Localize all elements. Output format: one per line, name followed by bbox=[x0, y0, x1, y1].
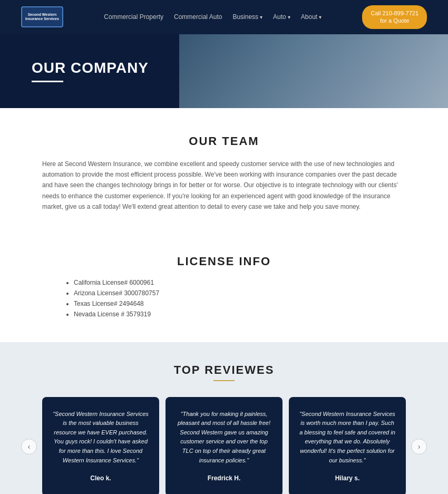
review-author-1: Cleo k. bbox=[53, 473, 149, 483]
list-item: California License# 6000961 bbox=[74, 279, 406, 286]
main-nav: Commercial Property Commercial Auto Busi… bbox=[104, 13, 322, 21]
team-section: OUR TEAM Here at Second Western Insuranc… bbox=[0, 108, 448, 234]
reviews-underline bbox=[213, 380, 235, 381]
nav-commercial-property[interactable]: Commercial Property bbox=[104, 13, 163, 21]
license-section: LICENSE INFO California License# 6000961… bbox=[0, 234, 448, 342]
hero-underline bbox=[32, 81, 63, 82]
reviews-wrapper: ‹ "Second Western Insurance Services is … bbox=[21, 397, 427, 494]
team-body: Here at Second Western Insurance, we com… bbox=[42, 159, 406, 212]
list-item: Texas License# 2494648 bbox=[74, 300, 406, 307]
reviews-cards: "Second Western Insurance Services is th… bbox=[42, 397, 406, 494]
review-card-2: "Thank you for making it painless, pleas… bbox=[165, 397, 283, 494]
list-item: Arizona License# 3000780757 bbox=[74, 289, 406, 297]
nav-business[interactable]: Business bbox=[232, 13, 262, 21]
review-author-3: Hilary s. bbox=[299, 473, 395, 483]
license-title: LICENSE INFO bbox=[42, 255, 406, 268]
cta-line1: Call 210-899-7721 bbox=[371, 10, 418, 16]
hero-section: OUR COMPANY bbox=[0, 34, 448, 108]
review-quote-2: "Thank you for making it painless, pleas… bbox=[178, 411, 270, 463]
review-arrow-left[interactable]: ‹ bbox=[21, 439, 37, 454]
hero-title: OUR COMPANY bbox=[32, 60, 149, 76]
hero-content: OUR COMPANY bbox=[0, 60, 149, 82]
reviews-title: TOP REVIEWES bbox=[21, 363, 427, 377]
review-card-3: "Second Western Insurance Services is wo… bbox=[289, 397, 406, 494]
review-arrow-right[interactable]: › bbox=[411, 439, 427, 454]
hero-background-image bbox=[179, 34, 448, 108]
nav-about[interactable]: About bbox=[301, 13, 322, 21]
license-list: California License# 6000961 Arizona Lice… bbox=[42, 279, 406, 318]
logo-area: Second WesternInsurance Services bbox=[21, 6, 63, 27]
reviews-section: TOP REVIEWES ‹ "Second Western Insurance… bbox=[0, 342, 448, 494]
review-quote-3: "Second Western Insurance Services is wo… bbox=[299, 411, 395, 463]
logo[interactable]: Second WesternInsurance Services bbox=[21, 6, 63, 27]
review-quote-1: "Second Western Insurance Services is th… bbox=[53, 411, 149, 463]
header: Second WesternInsurance Services Commerc… bbox=[0, 0, 448, 34]
list-item: Nevada License # 3579319 bbox=[74, 311, 406, 318]
nav-commercial-auto[interactable]: Commercial Auto bbox=[174, 13, 222, 21]
review-card-1: "Second Western Insurance Services is th… bbox=[42, 397, 159, 494]
team-title: OUR TEAM bbox=[42, 134, 406, 148]
logo-text: Second WesternInsurance Services bbox=[25, 13, 59, 22]
review-author-2: Fredrick H. bbox=[176, 473, 272, 483]
cta-line2: for a Quote bbox=[380, 17, 409, 24]
nav-auto[interactable]: Auto bbox=[273, 13, 290, 21]
cta-quote-button[interactable]: Call 210-899-7721 for a Quote bbox=[362, 5, 427, 29]
